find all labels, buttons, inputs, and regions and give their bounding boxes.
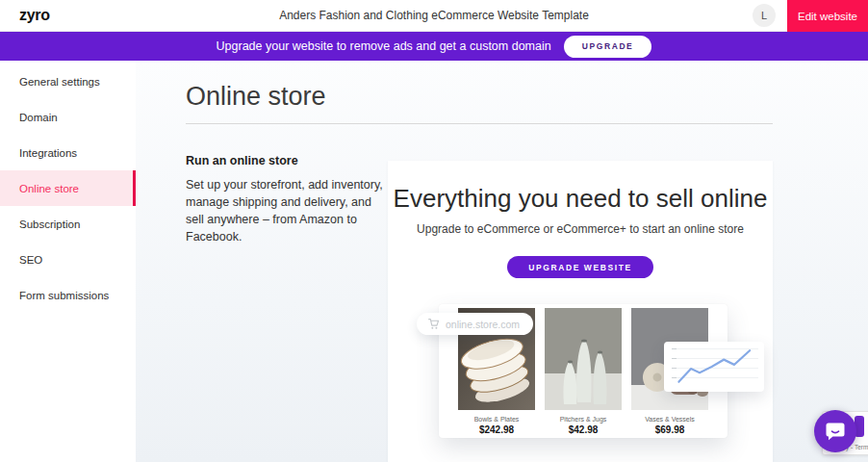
sales-chart-card — [664, 342, 764, 392]
upsell-panel: Everything you need to sell online Upgra… — [388, 161, 773, 462]
sidebar-item-form-submissions[interactable]: Form submissions — [0, 277, 136, 313]
product-name: Vases & Vessels — [631, 416, 708, 423]
title-divider — [186, 123, 773, 124]
settings-sidebar: General settings Domain Integrations Onl… — [0, 61, 136, 462]
account-avatar[interactable]: L — [753, 4, 776, 27]
sidebar-item-label: SEO — [19, 254, 42, 266]
section-title: Run an online store — [186, 154, 388, 167]
product-price: $242.98 — [458, 424, 535, 435]
sidebar-item-label: Integrations — [19, 147, 77, 159]
store-url-pill: online.store.com — [417, 313, 533, 335]
zyro-logo[interactable]: zyro — [19, 7, 50, 24]
product-price: $42.98 — [545, 424, 622, 435]
sidebar-item-general-settings[interactable]: General settings — [0, 64, 136, 99]
sidebar-item-online-store[interactable]: Online store — [0, 170, 136, 206]
site-title: Anders Fashion and Clothing eCommerce We… — [0, 9, 868, 22]
section-description: Set up your storefront, add inventory, m… — [186, 176, 388, 245]
store-url-text: online.store.com — [446, 319, 520, 330]
active-item-indicator — [133, 170, 136, 206]
banner-upgrade-button[interactable]: UPGRADE — [564, 36, 652, 58]
sidebar-item-label: Online store — [19, 183, 79, 194]
sidebar-item-subscription[interactable]: Subscription — [0, 206, 136, 242]
main-content: Online store Run an online store Set up … — [136, 61, 868, 462]
upgrade-banner-message: Upgrade your website to remove ads and g… — [217, 39, 551, 53]
upgrade-website-button[interactable]: UPGRADE WEBSITE — [507, 256, 653, 278]
product-photo-pitchers — [545, 308, 622, 410]
upsell-subheading: Upgrade to eCommerce or eCommerce+ to st… — [388, 222, 773, 236]
upsell-heading: Everything you need to sell online — [388, 184, 773, 214]
sidebar-item-integrations[interactable]: Integrations — [0, 135, 136, 170]
sidebar-item-seo[interactable]: SEO — [0, 242, 136, 277]
top-bar: zyro Anders Fashion and Clothing eCommer… — [0, 0, 868, 32]
sidebar-item-label: Form submissions — [19, 290, 109, 301]
upgrade-banner: Upgrade your website to remove ads and g… — [0, 32, 868, 61]
edit-website-button[interactable]: Edit website — [787, 0, 868, 32]
sidebar-item-label: Domain — [19, 112, 58, 123]
product-name: Bowls & Plates — [458, 416, 535, 423]
sidebar-item-label: Subscription — [19, 218, 80, 230]
chat-smile-icon — [824, 420, 847, 443]
page-title: Online store — [186, 82, 326, 112]
chat-button[interactable] — [814, 410, 856, 452]
product-name: Pitchers & Jugs — [545, 416, 622, 423]
sparkline-chart — [674, 347, 760, 388]
product-price: $69.98 — [631, 424, 708, 435]
cart-icon — [427, 318, 440, 330]
sidebar-item-domain[interactable]: Domain — [0, 99, 136, 135]
sidebar-item-label: General settings — [19, 76, 100, 88]
product-item: Pitchers & Jugs $42.98 — [545, 308, 622, 438]
section-info: Run an online store Set up your storefro… — [186, 154, 388, 245]
